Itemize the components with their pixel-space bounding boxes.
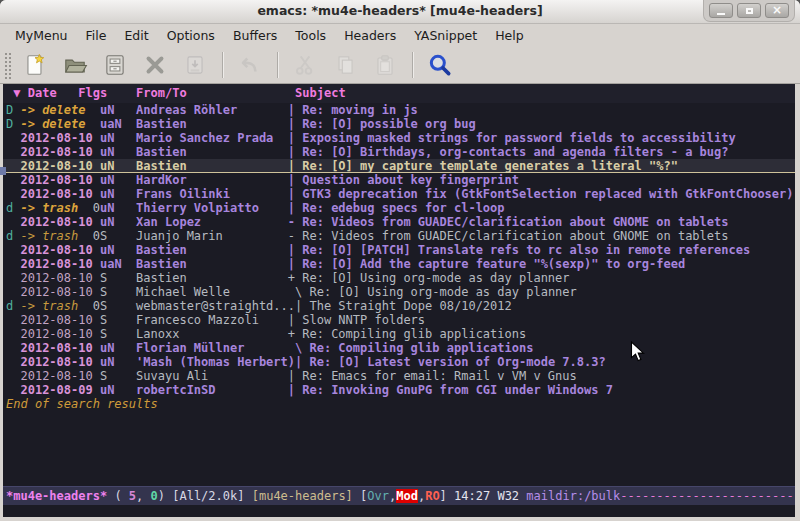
modeline-segment-name: *mu4e-headers* xyxy=(6,489,107,503)
mark-indicator xyxy=(6,369,20,383)
menu-options[interactable]: Options xyxy=(158,26,224,45)
mark-indicator: D xyxy=(6,117,20,131)
message-row[interactable]: d -> trash 0S Juanjo Marin - Re: Videos … xyxy=(3,229,795,243)
message-row[interactable]: 2012-08-10 S Lanoxx + Re: Compiling glib… xyxy=(3,327,795,341)
message-row[interactable]: 2012-08-10 uaN Bastien | Re: [O] Add the… xyxy=(3,257,795,271)
message-row[interactable]: 2012-08-10 uN HardKor | Question about k… xyxy=(3,173,795,187)
from-cell: HardKor xyxy=(136,173,288,187)
from-cell: Suvayu Ali xyxy=(136,369,288,383)
from-cell: Juanjo Marin xyxy=(136,229,288,243)
headers-header-line: ▼ Date Flgs From/To Subject xyxy=(3,84,795,103)
mark-indicator xyxy=(6,173,20,187)
flags-cell: S xyxy=(100,299,136,313)
message-row[interactable]: 2012-08-10 S Francesco Mazzoli | Slow NN… xyxy=(3,313,795,327)
window-title: emacs: *mu4e-headers* [mu4e-headers] xyxy=(0,3,800,18)
flags-cell: S xyxy=(100,229,136,243)
flags-cell: S xyxy=(100,271,136,285)
close-button[interactable] xyxy=(137,49,173,81)
open-folder-button[interactable] xyxy=(57,49,93,81)
undo-icon xyxy=(237,52,263,78)
date-cell: 2012-08-10 xyxy=(20,187,99,201)
message-row[interactable]: 2012-08-10 S Bastien + Re: [O] Using org… xyxy=(3,271,795,285)
mouse-cursor xyxy=(630,341,645,363)
echo-area xyxy=(3,505,795,517)
menu-tools[interactable]: Tools xyxy=(286,26,335,45)
minimize-button[interactable] xyxy=(709,3,733,18)
message-row[interactable]: 2012-08-10 uN Frans Oilinki | GTK3 depre… xyxy=(3,187,795,201)
date-cell: 2012-08-10 xyxy=(20,341,99,355)
paste-icon xyxy=(372,52,398,78)
mark-indicator xyxy=(6,131,20,145)
end-of-results-message: End of search results xyxy=(3,397,795,411)
search-button[interactable] xyxy=(422,49,458,81)
thread-indicator: | xyxy=(288,131,302,145)
maximize-button[interactable] xyxy=(737,3,761,18)
thread-indicator: | xyxy=(288,103,302,117)
menu-buffers[interactable]: Buffers xyxy=(224,26,286,45)
date-cell: 2012-08-10 xyxy=(20,173,99,187)
menu-yasnippet[interactable]: YASnippet xyxy=(405,26,486,45)
emacs-window: emacs: *mu4e-headers* [mu4e-headers] × M… xyxy=(0,0,800,521)
mark-indicator xyxy=(6,145,20,159)
open-folder-icon xyxy=(62,52,88,78)
message-row[interactable]: 2012-08-09 uN robertcInSD | Re: Invoking… xyxy=(3,383,795,397)
message-row[interactable]: 2012-08-10 S Suvayu Ali | Re: Emacs for … xyxy=(3,369,795,383)
menu-edit[interactable]: Edit xyxy=(115,26,157,45)
save-as-icon xyxy=(182,52,208,78)
modeline-segment-plain: ] xyxy=(440,489,454,503)
flags-cell: S xyxy=(100,369,136,383)
menu-headers[interactable]: Headers xyxy=(335,26,405,45)
from-cell: Bastien xyxy=(136,159,288,173)
modeline-segment-ro: RO xyxy=(425,489,439,503)
date-cell: 2012-08-10 xyxy=(20,257,99,271)
menu-file[interactable]: File xyxy=(77,26,116,45)
from-cell: robertcInSD xyxy=(136,383,288,397)
message-row[interactable]: 2012-08-10 S Michael Welle \ Re: [O] Usi… xyxy=(3,285,795,299)
header-col-subject[interactable]: Subject xyxy=(295,86,346,100)
from-cell: Mario Sanchez Prada xyxy=(136,131,288,145)
date-cell: 2012-08-10 xyxy=(20,285,99,299)
flags-cell: S xyxy=(100,327,136,341)
title-bar[interactable]: emacs: *mu4e-headers* [mu4e-headers] × xyxy=(0,0,800,24)
header-col-date[interactable]: Date xyxy=(28,86,57,100)
thread-indicator: | xyxy=(288,173,302,187)
from-cell: Bastien xyxy=(136,145,288,159)
message-row[interactable]: D -> delete uN Andreas Röhler | Re: movi… xyxy=(3,103,795,117)
save-button[interactable] xyxy=(97,49,133,81)
modeline-segment-plain: [All/2.0k] xyxy=(172,489,251,503)
date-cell: -> trash xyxy=(20,229,78,243)
date-cell: 2012-08-10 xyxy=(20,243,99,257)
mark-indicator xyxy=(6,341,20,355)
close-button[interactable]: × xyxy=(765,3,789,18)
mark-indicator xyxy=(6,285,20,299)
date-cell: 2012-08-10 xyxy=(20,131,99,145)
new-file-button[interactable] xyxy=(17,49,53,81)
header-col-fromto[interactable]: From/To xyxy=(136,86,187,100)
date-cell: 2012-08-09 xyxy=(20,383,99,397)
flags-cell: uN xyxy=(100,159,136,173)
message-row[interactable]: 2012-08-10 uN 'Mash (Thomas Herbert)| Re… xyxy=(3,355,795,369)
date-cell: 2012-08-10 xyxy=(20,327,99,341)
mark-indicator xyxy=(6,159,20,173)
message-row[interactable]: 2012-08-10 uN Bastien | Re: [O] [PATCH] … xyxy=(3,243,795,257)
message-row[interactable]: 2012-08-10 uN Florian Müllner \ Re: Comp… xyxy=(3,341,795,355)
copy-button xyxy=(327,49,363,81)
flags-cell: uaN xyxy=(100,117,136,131)
menu-help[interactable]: Help xyxy=(486,26,533,45)
mark-indicator xyxy=(6,313,20,327)
new-file-icon xyxy=(22,52,48,78)
message-row[interactable]: D -> delete uaN Bastien | Re: [O] possib… xyxy=(3,117,795,131)
message-row[interactable]: 2012-08-10 uN Mario Sanchez Prada | Expo… xyxy=(3,131,795,145)
message-row[interactable]: 2012-08-10 uN Xan Lopez - Re: Videos fro… xyxy=(3,215,795,229)
modeline-segment-minor: [mu4e-headers] xyxy=(252,489,360,503)
message-row[interactable]: d -> trash 0S webmaster@straightd...| Th… xyxy=(3,299,795,313)
date-cell: 2012-08-10 xyxy=(20,215,99,229)
message-row[interactable]: 2012-08-10 uN Bastien | Re: [O] Birthday… xyxy=(3,145,795,159)
message-row[interactable]: d -> trash 0uN Thierry Volpiatto | Re: e… xyxy=(3,201,795,215)
from-cell: Frans Oilinki xyxy=(136,187,288,201)
message-row[interactable]: 2012-08-10 uN Bastien | Re: [O] my captu… xyxy=(3,159,795,173)
mu4e-headers-buffer[interactable]: ▼ Date Flgs From/To Subject D -> delete … xyxy=(3,84,795,517)
menu-mymenu[interactable]: MyMenu xyxy=(6,26,77,45)
header-col-flgs[interactable]: Flgs xyxy=(78,86,107,100)
toolbar-drag-handle[interactable] xyxy=(3,51,12,79)
